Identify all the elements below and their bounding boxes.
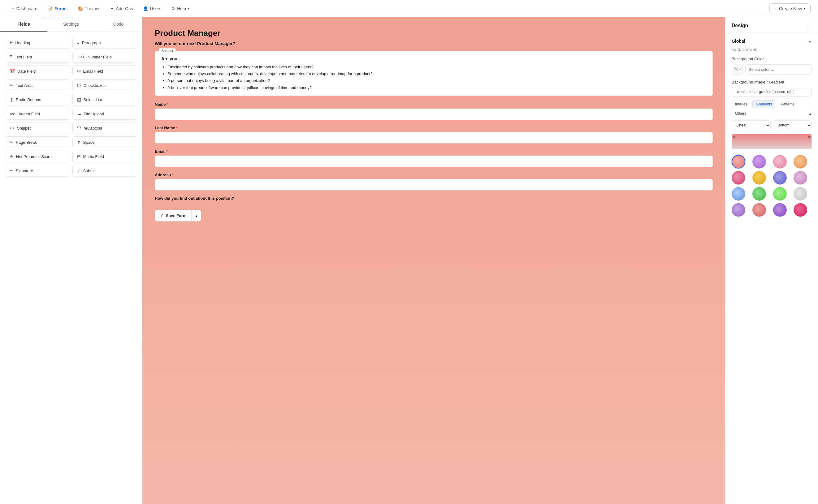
nav-dashboard[interactable]: ⌂ Dashboard [7,4,42,13]
color-swatch-3[interactable] [773,155,787,169]
tab-settings[interactable]: Settings [47,17,95,32]
field-checkboxes[interactable]: ☑ Checkboxes [72,79,137,91]
color-swatch-11[interactable] [773,187,787,201]
file-upload-icon: ☁ [77,111,81,116]
save-form-button[interactable]: ✓ Save Form [155,210,191,221]
field-select-list-label: Select List [83,97,102,102]
create-new-button[interactable]: + Create New ▾ [769,3,811,14]
nav-addons-label: Add-Ons [116,6,133,11]
color-swatch-14[interactable] [752,203,766,217]
field-signature-label: Signature [16,169,33,173]
submit-icon: ✓ [77,168,81,173]
field-radio-buttons-label: Radio Buttons [16,97,41,102]
form-field-email: Email * [155,149,713,167]
form-label-source: How did you find out about this position… [155,196,713,201]
color-text-input[interactable] [745,64,812,75]
save-form-dropdown-button[interactable]: ▲ [191,210,201,221]
color-swatch-7[interactable] [773,171,787,185]
gradient-controls: Linear Radial Bottom Top Left Right [726,120,818,134]
tab-fields[interactable]: Fields [0,17,47,32]
field-text-area-label: Text Area [16,83,32,88]
form-field-source: How did you find out about this position… [155,196,713,201]
field-number-field[interactable]: 123 Number Field [72,51,137,63]
form-title: Product Manager [155,28,713,38]
field-recaptcha[interactable]: 🛡 reCaptcha [72,122,137,134]
nav-users[interactable]: 👤 Users [139,4,166,13]
field-submit[interactable]: ✓ Submit [72,165,137,177]
nav-addons[interactable]: ✦ Add-Ons [106,4,137,13]
name-input[interactable] [155,109,713,120]
color-swatch-12[interactable] [794,187,807,201]
field-matrix-field[interactable]: ⊞ Matrix Field [72,151,137,162]
main-layout: Fields Settings Code H Heading ≡ Paragra… [0,17,818,504]
color-swatch-2[interactable] [752,155,766,169]
nav-users-label: Users [150,6,161,11]
color-swatch-1[interactable] [732,155,745,169]
text-field-icon: Ŧ [10,54,12,59]
color-swatch-8[interactable] [794,171,807,185]
gradient-tabs-collapse-icon[interactable]: ▲ [808,112,812,115]
save-chevron-icon: ▲ [195,214,198,218]
color-swatch-10[interactable] [752,187,766,201]
gradient-stop-left-close-icon[interactable]: ✕ [733,135,736,139]
more-options-icon[interactable]: ⋮ [806,22,812,29]
color-swatch-15[interactable] [773,203,787,217]
field-text-area[interactable]: ✏ Text Area [5,79,70,91]
form-subtitle: Will you be our next Product Manager? [155,41,713,46]
background-subsection-label: Background [726,47,818,54]
users-icon: 👤 [143,6,148,11]
address-input[interactable] [155,179,713,190]
gtab-gradients[interactable]: Gradients [752,100,775,108]
collapse-section-icon[interactable]: ▲ [808,39,812,43]
color-swatch-5[interactable] [732,171,745,185]
gradient-value: -webkit-linear-gradient(bottom, rgb( [732,87,812,97]
field-date-field[interactable]: 📅 Date Field [5,65,70,77]
field-heading[interactable]: H Heading [5,37,70,49]
date-field-icon: 📅 [10,69,15,74]
required-indicator: * [172,173,173,177]
color-swatch-6[interactable] [752,171,766,185]
help-chevron-icon: ▾ [188,7,189,10]
nav-help[interactable]: ⚙ Help ▾ [167,4,194,13]
field-select-list[interactable]: ▤ Select List [72,94,137,105]
field-paragraph[interactable]: ≡ Paragraph [72,37,137,49]
form-label-last-name: Last Name * [155,126,713,130]
signature-icon: ✒ [10,168,13,173]
email-input[interactable] [155,156,713,167]
list-item: A person that enjoys being a vital part … [167,78,706,83]
list-item: Fascinated by software products and how … [167,64,706,70]
field-text-field[interactable]: Ŧ Text Field [5,51,70,63]
gradient-type-select[interactable]: Linear Radial [732,120,771,130]
color-swatch-button[interactable]: ▾ [732,64,743,75]
field-submit-label: Submit [83,169,96,173]
gtab-patterns[interactable]: Patterns [777,100,798,108]
last-name-input[interactable] [155,132,713,143]
section-global-header: Global ▲ [726,34,818,47]
gradient-direction-select[interactable]: Bottom Top Left Right [773,120,812,130]
field-signature[interactable]: ✒ Signature [5,165,70,177]
field-radio-buttons[interactable]: ◎ Radio Buttons [5,94,70,105]
gtab-images[interactable]: Images [732,100,751,108]
right-panel-title: Design [732,23,748,28]
form-field-last-name: Last Name * [155,126,713,143]
field-heading-label: Heading [15,41,30,45]
tab-code[interactable]: Code [95,17,142,32]
nav-forms-label: Forms [54,6,68,11]
field-email-field[interactable]: ✉ Email Field [72,65,137,77]
field-text-field-label: Text Field [15,55,32,59]
color-swatch-9[interactable] [732,187,745,201]
color-swatch-13[interactable] [732,203,745,217]
field-snippet[interactable]: </> Snippet [5,122,70,134]
color-swatch-16[interactable] [794,203,807,217]
field-net-promoter-score[interactable]: ★ Net Promoter Score [5,151,70,162]
nav-forms[interactable]: 📝 Forms [43,4,72,13]
color-swatch-4[interactable] [794,155,807,169]
field-file-upload[interactable]: ☁ File Upload [72,108,137,120]
field-page-break[interactable]: ✂ Page Break [5,136,70,148]
save-form-label: Save Form [166,213,186,218]
field-hidden-field[interactable]: 👓 Hidden Field [5,108,70,120]
gtab-others[interactable]: Others [732,110,750,117]
nav-themes[interactable]: 🎨 Themes [73,4,105,13]
gradient-stop-right-close-icon[interactable]: ✕ [808,135,811,139]
field-spacer[interactable]: ⇕ Spacer [72,136,137,148]
